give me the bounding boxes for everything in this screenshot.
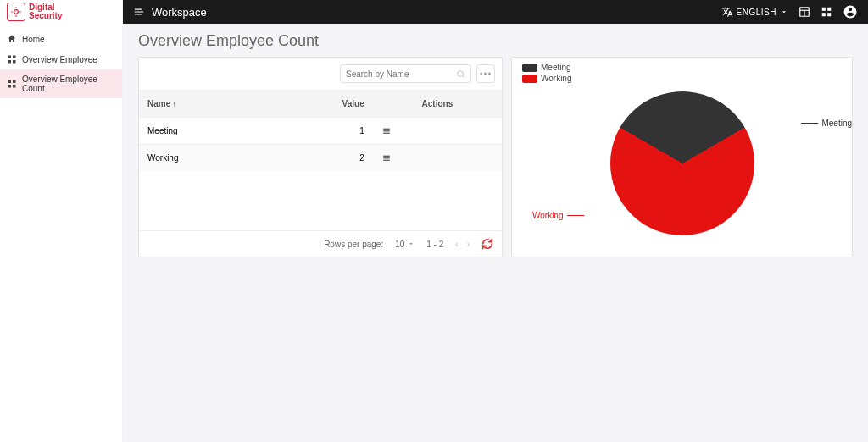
legend-entry-working: Working <box>522 74 842 83</box>
chevron-down-icon <box>408 240 415 247</box>
content: Overview Employee Count ··· Name↑ Value … <box>123 24 868 266</box>
pagination-range: 1 - 2 <box>426 240 443 249</box>
svg-rect-8 <box>13 85 16 88</box>
rows-per-page-select[interactable]: 10 <box>395 240 415 249</box>
pie-slice-label-working: Working <box>532 211 584 220</box>
svg-rect-2 <box>13 56 16 59</box>
prev-page-button[interactable]: ‹ <box>455 240 458 249</box>
rows-per-page-value: 10 <box>395 240 404 249</box>
legend-label: Meeting <box>541 63 571 72</box>
sidebar-item-overview-employee-count[interactable]: Overview Employee Count <box>0 69 122 98</box>
search-input[interactable] <box>346 69 456 79</box>
cell-name: Meeting <box>139 118 268 145</box>
rows-per-page-label: Rows per page: <box>324 240 383 249</box>
table-row: Working 2 <box>139 145 502 172</box>
table-row: Meeting 1 <box>139 118 502 145</box>
language-switcher[interactable]: ENGLISH <box>721 6 788 18</box>
svg-rect-20 <box>383 132 390 133</box>
col-name-label: Name <box>147 99 170 108</box>
dashboard-icon[interactable] <box>798 6 810 18</box>
sort-asc-icon: ↑ <box>172 100 176 108</box>
menu-icon[interactable] <box>133 6 145 18</box>
slice-label-text: Working <box>532 211 564 220</box>
svg-rect-13 <box>827 8 831 11</box>
table-panel: ··· Name↑ Value Actions Meeting 1 <box>138 57 503 257</box>
legend-swatch <box>522 75 537 83</box>
pie-graphic <box>610 91 754 235</box>
nav-list: Home Overview Employee Overview Employee… <box>0 24 122 98</box>
chart-panel: Meeting Working Meeting Working <box>511 57 853 257</box>
sidebar: Digital Security Home Overview Employee … <box>0 0 123 442</box>
apps-icon[interactable] <box>821 6 832 18</box>
svg-rect-12 <box>822 8 826 11</box>
workspace-title: Workspace <box>152 6 207 19</box>
sidebar-item-overview-employee[interactable]: Overview Employee <box>0 49 122 69</box>
sidebar-item-label: Overview Employee Count <box>22 75 115 93</box>
sidebar-item-label: Overview Employee <box>22 55 97 64</box>
svg-rect-23 <box>383 159 390 160</box>
brand-logo: Digital Security <box>0 0 122 24</box>
slice-label-text: Meeting <box>821 119 852 128</box>
svg-rect-7 <box>8 85 12 88</box>
svg-rect-18 <box>383 128 390 129</box>
language-label: ENGLISH <box>737 8 776 17</box>
cell-value: 1 <box>268 118 373 145</box>
col-name[interactable]: Name↑ <box>139 91 268 118</box>
sidebar-item-home[interactable]: Home <box>0 29 122 49</box>
brand-logo-icon <box>7 3 25 21</box>
cell-value: 2 <box>268 145 373 172</box>
svg-line-17 <box>463 75 465 77</box>
legend-entry-meeting: Meeting <box>522 63 842 72</box>
svg-rect-14 <box>822 13 826 16</box>
svg-point-0 <box>14 10 19 14</box>
data-table: Name↑ Value Actions Meeting 1 Working 2 <box>139 90 502 171</box>
svg-rect-6 <box>13 80 16 84</box>
home-icon <box>7 34 17 44</box>
svg-rect-4 <box>13 60 16 64</box>
svg-rect-1 <box>8 56 12 59</box>
brand-line2: Security <box>29 12 62 20</box>
row-actions[interactable] <box>373 118 502 145</box>
table-footer: Rows per page: 10 1 - 2 ‹ › <box>139 230 502 257</box>
pie-slice-label-meeting: Meeting <box>801 119 852 128</box>
row-actions[interactable] <box>373 145 502 172</box>
search-input-wrap[interactable] <box>340 64 471 83</box>
brand-text: Digital Security <box>29 3 62 20</box>
svg-rect-22 <box>383 157 390 158</box>
legend-swatch <box>522 64 537 72</box>
refresh-button[interactable] <box>481 238 493 250</box>
leader-line <box>801 123 818 124</box>
search-icon <box>456 69 465 79</box>
pie-chart: Meeting Working <box>522 83 842 244</box>
svg-rect-5 <box>8 80 12 84</box>
topbar: Workspace ENGLISH <box>0 0 868 24</box>
cell-name: Working <box>139 145 268 172</box>
more-button[interactable]: ··· <box>476 64 495 83</box>
legend-label: Working <box>541 74 572 83</box>
svg-rect-3 <box>8 60 12 64</box>
sidebar-item-label: Home <box>22 35 45 44</box>
translate-icon <box>721 6 733 18</box>
leader-line <box>567 215 584 216</box>
account-icon[interactable] <box>843 4 858 19</box>
col-value[interactable]: Value <box>268 91 373 118</box>
grid-icon <box>7 79 17 89</box>
chart-legend: Meeting Working <box>522 63 842 83</box>
svg-rect-21 <box>383 155 390 156</box>
chevron-down-icon <box>780 8 788 16</box>
svg-rect-19 <box>383 130 390 131</box>
next-page-button[interactable]: › <box>467 240 470 249</box>
svg-rect-15 <box>827 13 831 16</box>
grid-icon <box>7 54 17 64</box>
page-title: Overview Employee Count <box>138 32 853 50</box>
svg-point-16 <box>458 70 463 75</box>
col-actions: Actions <box>373 91 502 118</box>
